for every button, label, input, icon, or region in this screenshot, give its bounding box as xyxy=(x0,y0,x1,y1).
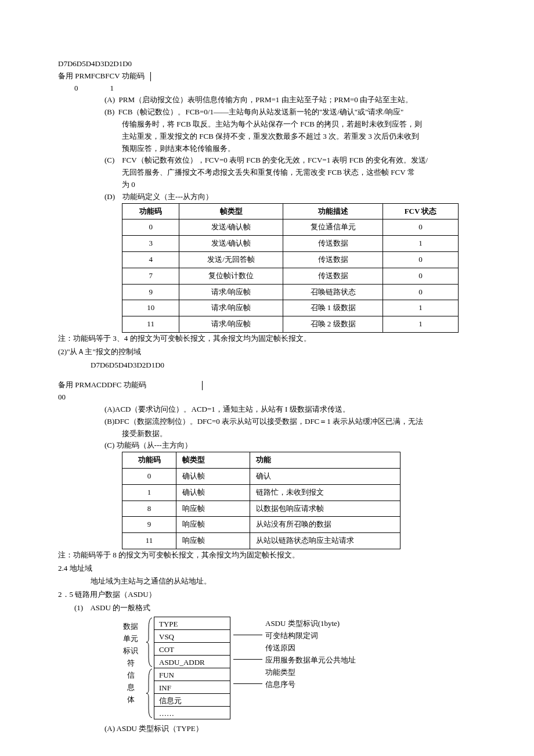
section-25: 2．5 链路用户数据（ASDU） xyxy=(58,589,476,601)
table-sub-to-main: 功能码帧类型功能 0确认帧确认 1确认帧链路忙，未收到报文 8响应帧以数据包响应… xyxy=(122,452,400,549)
section-2: (2)"从Ａ主"报文的控制域 xyxy=(58,346,476,358)
item-C-cont1: 无回答服务、广播报文不考虑报文丢失和重复传输，无需改变 FCB 状态，这些帧 F… xyxy=(58,167,476,179)
table-row: 11响应帧从站以链路状态响应主站请求 xyxy=(122,533,400,549)
table-row: 11请求/响应帧召唤 2 级数据1 xyxy=(122,316,459,333)
fields-header: 备用 PRMFCBFCV 功能码 xyxy=(58,70,476,82)
item-B-cont3: 预期应答，则结束本轮传输服务。 xyxy=(58,143,476,155)
table-row: 3发送/确认帧传送数据1 xyxy=(122,236,459,252)
table-row: 10请求/响应帧召唤 1 级数据1 xyxy=(122,300,459,316)
item-C-cont2: 为 0 xyxy=(58,179,476,191)
values-row: 01 xyxy=(58,82,476,95)
item-C2: (C) 功能码（从---主方向） xyxy=(58,440,476,452)
item-C: (C) FCV（帧记数有效位），FCV=0 表明 FCB 的变化无效，FCV=1… xyxy=(58,154,476,167)
table-row: 4发送/无回答帧传送数据0 xyxy=(122,251,459,268)
asdu-descriptions: ASDU 类型标识(1byte) 可变结构限定词 传送原因 应用服务数据单元公共… xyxy=(265,617,356,690)
item-B2-cont: 接受新数据。 xyxy=(58,428,476,440)
table-header: 功能码帧类型功能 xyxy=(122,452,400,469)
asdu-group-labels: 数据 单元 标识 符 信 息 体 xyxy=(116,617,145,705)
bits-header-2: D7D6D5D4D3D2D1D0 xyxy=(58,359,476,372)
brace-icon xyxy=(145,617,154,719)
fields-header-2: 备用 PRMACDDFC 功能码 xyxy=(58,379,476,391)
bits-header: D7D6D5D4D3D2D1D0 xyxy=(58,58,476,70)
item-B-cont1: 传输服务时，将 FCB 取反。主站为每个从站保存一个 FCB 的拷贝，若超时未收… xyxy=(58,118,476,131)
item-asdu-A: (A) ASDU 类型标识（TYPE） xyxy=(58,723,476,735)
table-row: 8响应帧以数据包响应请求帧 xyxy=(122,501,400,517)
item-A2: (A)ACD（要求访问位）。ACD=1，通知主站，从站有 I 级数据请求传送。 xyxy=(58,404,476,416)
note-2: 注：功能码等于 8 的报文为可变帧长报文，其余报文均为固定帧长报文。 xyxy=(58,549,476,561)
table-row: 0发送/确认帧复位通信单元0 xyxy=(122,219,459,236)
table-main-to-sub: 功能码帧类型功能描述FCV 状态 0发送/确认帧复位通信单元0 3发送/确认帧传… xyxy=(122,203,459,333)
table-row: 9响应帧从站没有所召唤的数据 xyxy=(122,517,400,533)
section-24-text: 地址域为主站与之通信的从站地址。 xyxy=(58,575,476,588)
asdu-diagram: 数据 单元 标识 符 信 息 体 TYPE VSQ COT ASDU_ADDR … xyxy=(116,617,476,719)
table-header: 功能码帧类型功能描述FCV 状态 xyxy=(122,203,459,219)
table-row: 7复位帧计数位传送数据0 xyxy=(122,268,459,284)
table-row: 0确认帧确认 xyxy=(122,468,400,484)
item-B: (B) FCB（帧记数位）。FCB=0/1——主站每向从站发送新一轮的"发送/确… xyxy=(58,106,476,118)
section-25-1: (1) ASDU 的一般格式 xyxy=(58,602,476,614)
table-row: 1确认帧链路忙，未收到报文 xyxy=(122,484,400,501)
note-1: 注：功能码等于 3、4 的报文为可变帧长报文，其余报文均为固定帧长报文。 xyxy=(58,333,476,345)
section-24: 2.4 地址域 xyxy=(58,563,476,575)
asdu-fields: TYPE VSQ COT ASDU_ADDR FUN INF 信息元 …… xyxy=(154,617,230,719)
item-B-cont2: 主站重发，重发报文的 FCB 保持不变，重发次数最多不超过 3 次。若重发 3 … xyxy=(58,131,476,143)
zero-row: 00 xyxy=(58,391,476,404)
item-A: (A) PRM（启动报文位）表明信息传输方向，PRM=1 由主站至子站；PRM=… xyxy=(58,94,476,106)
table-row: 9请求/响应帧召唤链路状态0 xyxy=(122,284,459,300)
item-B2: (B)DFC（数据流控制位）。DFC=0 表示从站可以接受数据，DFC＝1 表示… xyxy=(58,416,476,428)
item-D: (D) 功能码定义（主---从方向） xyxy=(58,191,476,203)
